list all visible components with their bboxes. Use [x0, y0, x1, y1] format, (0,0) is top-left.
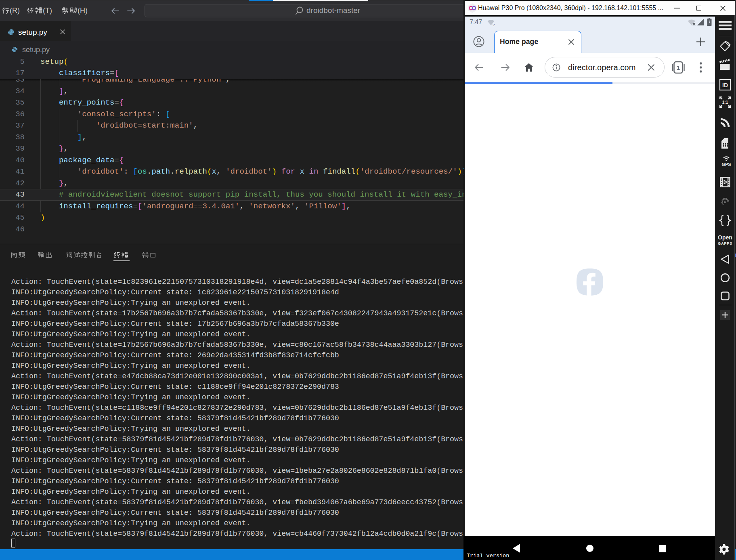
svg-text:?: ?	[493, 23, 495, 27]
svg-text:1: 1	[677, 64, 680, 71]
svg-text:GPS: GPS	[721, 162, 731, 167]
svg-text:1:1: 1:1	[722, 100, 728, 105]
svg-text:ID: ID	[722, 82, 728, 88]
